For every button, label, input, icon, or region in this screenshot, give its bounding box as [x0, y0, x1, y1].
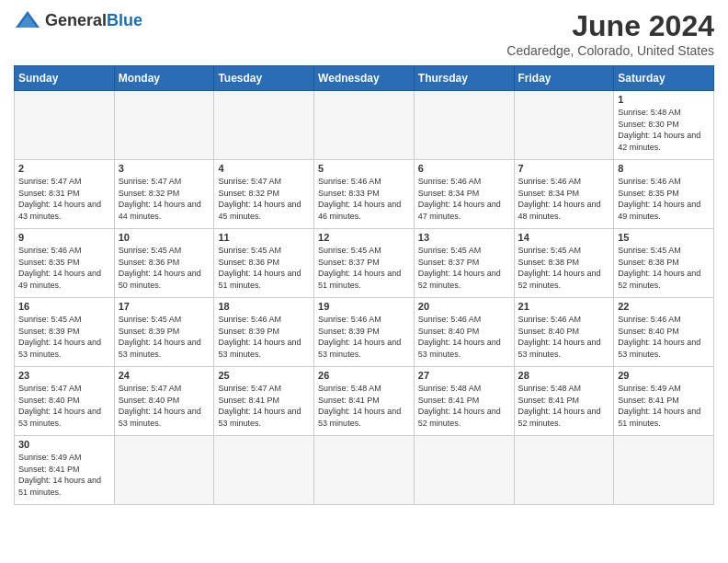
day-number: 20 — [418, 301, 510, 312]
calendar-cell — [314, 91, 415, 160]
weekday-header-row: SundayMondayTuesdayWednesdayThursdayFrid… — [15, 66, 714, 91]
day-info: Sunrise: 5:49 AMSunset: 8:41 PMDaylight:… — [618, 383, 710, 429]
calendar-cell: 20Sunrise: 5:46 AMSunset: 8:40 PMDayligh… — [414, 298, 514, 367]
calendar-cell: 30Sunrise: 5:49 AMSunset: 8:41 PMDayligh… — [15, 436, 115, 505]
calendar-cell — [514, 436, 614, 505]
day-number: 22 — [618, 301, 710, 312]
calendar-cell: 25Sunrise: 5:47 AMSunset: 8:41 PMDayligh… — [214, 367, 314, 436]
day-info: Sunrise: 5:45 AMSunset: 8:36 PMDaylight:… — [119, 245, 210, 291]
day-info: Sunrise: 5:48 AMSunset: 8:41 PMDaylight:… — [318, 383, 410, 429]
logo-text: GeneralBlue — [45, 12, 142, 29]
calendar-body: 1Sunrise: 5:48 AMSunset: 8:30 PMDaylight… — [15, 91, 714, 505]
location-title: Cedaredge, Colorado, United States — [506, 43, 714, 58]
calendar-cell: 1Sunrise: 5:48 AMSunset: 8:30 PMDaylight… — [614, 91, 714, 160]
calendar-week-6: 30Sunrise: 5:49 AMSunset: 8:41 PMDayligh… — [15, 436, 714, 505]
calendar-cell: 11Sunrise: 5:45 AMSunset: 8:36 PMDayligh… — [214, 229, 314, 298]
day-info: Sunrise: 5:47 AMSunset: 8:41 PMDaylight:… — [218, 383, 310, 429]
calendar-cell: 29Sunrise: 5:49 AMSunset: 8:41 PMDayligh… — [614, 367, 714, 436]
day-number: 4 — [218, 163, 310, 174]
calendar-cell: 15Sunrise: 5:45 AMSunset: 8:38 PMDayligh… — [614, 229, 714, 298]
calendar-cell: 5Sunrise: 5:46 AMSunset: 8:33 PMDaylight… — [314, 160, 415, 229]
calendar-cell: 19Sunrise: 5:46 AMSunset: 8:39 PMDayligh… — [314, 298, 415, 367]
day-info: Sunrise: 5:46 AMSunset: 8:33 PMDaylight:… — [318, 176, 410, 222]
calendar-cell — [15, 91, 115, 160]
calendar-cell — [614, 436, 714, 505]
calendar-cell: 22Sunrise: 5:46 AMSunset: 8:40 PMDayligh… — [614, 298, 714, 367]
calendar-cell: 23Sunrise: 5:47 AMSunset: 8:40 PMDayligh… — [15, 367, 115, 436]
day-info: Sunrise: 5:46 AMSunset: 8:40 PMDaylight:… — [518, 314, 610, 360]
day-number: 3 — [119, 163, 210, 174]
weekday-sunday: Sunday — [15, 66, 115, 91]
day-info: Sunrise: 5:46 AMSunset: 8:34 PMDaylight:… — [518, 176, 610, 222]
day-number: 16 — [18, 301, 110, 312]
day-info: Sunrise: 5:47 AMSunset: 8:31 PMDaylight:… — [18, 176, 110, 222]
day-number: 9 — [18, 232, 110, 243]
day-number: 12 — [318, 232, 410, 243]
calendar-cell — [214, 91, 314, 160]
day-info: Sunrise: 5:45 AMSunset: 8:38 PMDaylight:… — [518, 245, 610, 291]
day-number: 19 — [318, 301, 410, 312]
day-number: 24 — [119, 370, 210, 381]
calendar-week-5: 23Sunrise: 5:47 AMSunset: 8:40 PMDayligh… — [15, 367, 714, 436]
day-info: Sunrise: 5:45 AMSunset: 8:39 PMDaylight:… — [18, 314, 110, 360]
calendar-cell: 9Sunrise: 5:46 AMSunset: 8:35 PMDaylight… — [15, 229, 115, 298]
calendar-cell: 7Sunrise: 5:46 AMSunset: 8:34 PMDaylight… — [514, 160, 614, 229]
calendar-header: SundayMondayTuesdayWednesdayThursdayFrid… — [15, 66, 714, 91]
calendar-cell: 16Sunrise: 5:45 AMSunset: 8:39 PMDayligh… — [15, 298, 115, 367]
day-info: Sunrise: 5:46 AMSunset: 8:39 PMDaylight:… — [218, 314, 310, 360]
day-number: 21 — [518, 301, 610, 312]
day-info: Sunrise: 5:48 AMSunset: 8:30 PMDaylight:… — [618, 107, 710, 153]
title-area: June 2024 Cedaredge, Colorado, United St… — [506, 9, 714, 58]
day-number: 10 — [119, 232, 210, 243]
day-number: 28 — [518, 370, 610, 381]
calendar-cell: 21Sunrise: 5:46 AMSunset: 8:40 PMDayligh… — [514, 298, 614, 367]
calendar-cell: 3Sunrise: 5:47 AMSunset: 8:32 PMDaylight… — [114, 160, 214, 229]
calendar-cell: 8Sunrise: 5:46 AMSunset: 8:35 PMDaylight… — [614, 160, 714, 229]
calendar-week-2: 2Sunrise: 5:47 AMSunset: 8:31 PMDaylight… — [15, 160, 714, 229]
day-info: Sunrise: 5:46 AMSunset: 8:34 PMDaylight:… — [418, 176, 510, 222]
day-number: 6 — [418, 163, 510, 174]
calendar-cell: 6Sunrise: 5:46 AMSunset: 8:34 PMDaylight… — [414, 160, 514, 229]
month-title: June 2024 — [506, 9, 714, 43]
day-number: 2 — [18, 163, 110, 174]
day-info: Sunrise: 5:45 AMSunset: 8:36 PMDaylight:… — [218, 245, 310, 291]
calendar-cell: 12Sunrise: 5:45 AMSunset: 8:37 PMDayligh… — [314, 229, 415, 298]
weekday-wednesday: Wednesday — [314, 66, 415, 91]
logo-icon — [14, 9, 41, 31]
calendar-cell: 13Sunrise: 5:45 AMSunset: 8:37 PMDayligh… — [414, 229, 514, 298]
day-number: 14 — [518, 232, 610, 243]
calendar-cell — [114, 436, 214, 505]
day-info: Sunrise: 5:46 AMSunset: 8:40 PMDaylight:… — [418, 314, 510, 360]
calendar-cell: 26Sunrise: 5:48 AMSunset: 8:41 PMDayligh… — [314, 367, 415, 436]
day-number: 18 — [218, 301, 310, 312]
calendar-cell — [314, 436, 415, 505]
calendar-cell: 10Sunrise: 5:45 AMSunset: 8:36 PMDayligh… — [114, 229, 214, 298]
day-info: Sunrise: 5:46 AMSunset: 8:40 PMDaylight:… — [618, 314, 710, 360]
day-number: 15 — [618, 232, 710, 243]
day-info: Sunrise: 5:47 AMSunset: 8:40 PMDaylight:… — [119, 383, 210, 429]
day-number: 26 — [318, 370, 410, 381]
day-number: 17 — [119, 301, 210, 312]
page-header: GeneralBlue June 2024 Cedaredge, Colorad… — [14, 9, 714, 58]
calendar-table: SundayMondayTuesdayWednesdayThursdayFrid… — [14, 65, 714, 505]
calendar-week-3: 9Sunrise: 5:46 AMSunset: 8:35 PMDaylight… — [15, 229, 714, 298]
day-number: 29 — [618, 370, 710, 381]
calendar-week-4: 16Sunrise: 5:45 AMSunset: 8:39 PMDayligh… — [15, 298, 714, 367]
day-info: Sunrise: 5:45 AMSunset: 8:37 PMDaylight:… — [318, 245, 410, 291]
day-info: Sunrise: 5:45 AMSunset: 8:39 PMDaylight:… — [119, 314, 210, 360]
calendar-cell — [514, 91, 614, 160]
day-number: 30 — [18, 439, 110, 450]
calendar-cell — [114, 91, 214, 160]
weekday-monday: Monday — [114, 66, 214, 91]
day-number: 23 — [18, 370, 110, 381]
weekday-tuesday: Tuesday — [214, 66, 314, 91]
calendar-cell — [414, 436, 514, 505]
calendar-cell: 14Sunrise: 5:45 AMSunset: 8:38 PMDayligh… — [514, 229, 614, 298]
day-info: Sunrise: 5:46 AMSunset: 8:35 PMDaylight:… — [18, 245, 110, 291]
day-info: Sunrise: 5:48 AMSunset: 8:41 PMDaylight:… — [518, 383, 610, 429]
day-number: 5 — [318, 163, 410, 174]
calendar-cell: 4Sunrise: 5:47 AMSunset: 8:32 PMDaylight… — [214, 160, 314, 229]
day-number: 8 — [618, 163, 710, 174]
calendar-week-1: 1Sunrise: 5:48 AMSunset: 8:30 PMDaylight… — [15, 91, 714, 160]
day-number: 25 — [218, 370, 310, 381]
